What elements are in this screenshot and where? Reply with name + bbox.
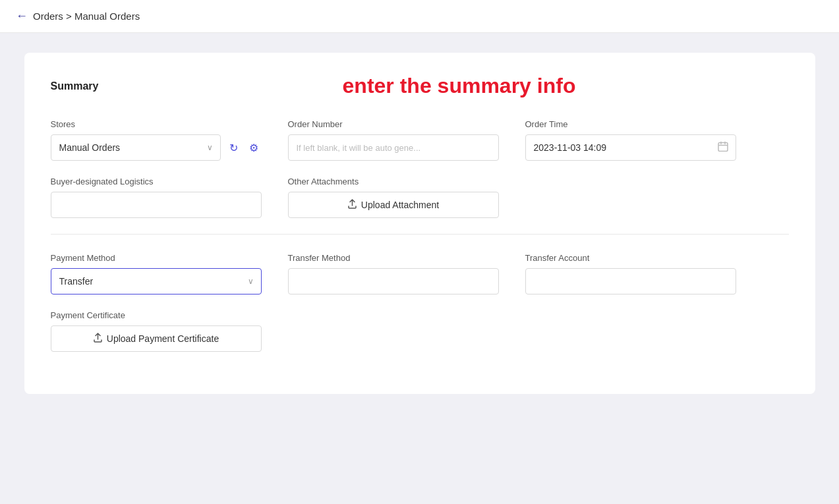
upload-payment-cert-label: Upload Payment Certificate — [107, 333, 219, 344]
transfer-account-label: Transfer Account — [525, 253, 736, 263]
other-attachments-label: Other Attachments — [288, 177, 499, 186]
summary-card: Summary enter the summary info Stores Ma… — [24, 53, 815, 394]
upload-attachment-button[interactable]: Upload Attachment — [288, 192, 499, 218]
order-time-input[interactable] — [525, 134, 736, 161]
upload-payment-cert-button[interactable]: Upload Payment Certificate — [51, 325, 262, 352]
back-navigation[interactable]: ← Orders > Manual Orders — [16, 9, 140, 23]
card-subtitle: enter the summary info — [130, 74, 789, 98]
transfer-account-input[interactable] — [525, 268, 736, 294]
stores-row: Manual Orders ∨ ↻ ⚙ — [51, 134, 262, 161]
refresh-icon: ↻ — [229, 142, 238, 154]
form-group-payment-method: Payment Method Transfer ∨ — [51, 253, 262, 294]
refresh-button[interactable]: ↻ — [226, 138, 241, 157]
payment-method-label: Payment Method — [51, 253, 262, 263]
form-row-4: Payment Certificate Upload Payment Certi… — [51, 310, 789, 352]
transfer-method-input[interactable] — [288, 268, 499, 294]
form-group-stores: Stores Manual Orders ∨ ↻ ⚙ — [51, 119, 262, 161]
payment-method-select[interactable]: Transfer — [51, 268, 262, 294]
form-row-1: Stores Manual Orders ∨ ↻ ⚙ — [51, 119, 789, 161]
main-content: Summary enter the summary info Stores Ma… — [0, 33, 839, 414]
gear-icon: ⚙ — [249, 142, 258, 154]
form-group-transfer-account: Transfer Account — [525, 253, 736, 294]
form-group-payment-cert: Payment Certificate Upload Payment Certi… — [51, 310, 262, 352]
breadcrumb: Orders > Manual Orders — [33, 11, 140, 22]
payment-method-select-wrapper: Transfer ∨ — [51, 268, 262, 294]
buyer-logistics-input[interactable] — [51, 192, 262, 218]
form-group-other-attachments: Other Attachments Upload Attachment — [288, 177, 499, 218]
order-number-input[interactable] — [288, 134, 499, 161]
upload-payment-cert-icon — [93, 333, 103, 345]
form-group-transfer-method: Transfer Method — [288, 253, 499, 294]
upload-attachment-label: Upload Attachment — [361, 200, 439, 210]
form-row-3: Payment Method Transfer ∨ Transfer Metho… — [51, 253, 789, 294]
form-row-2: Buyer-designated Logistics Other Attachm… — [51, 177, 789, 218]
card-header: Summary enter the summary info — [51, 74, 789, 98]
form-group-order-number: Order Number — [288, 119, 499, 161]
stores-select[interactable]: Manual Orders — [51, 134, 221, 161]
order-time-label: Order Time — [525, 119, 736, 129]
order-number-label: Order Number — [288, 119, 499, 129]
stores-label: Stores — [51, 119, 262, 129]
transfer-method-label: Transfer Method — [288, 253, 499, 263]
upload-attachment-icon — [347, 199, 357, 211]
card-title: Summary — [51, 80, 130, 92]
payment-cert-label: Payment Certificate — [51, 310, 262, 320]
form-group-buyer-logistics: Buyer-designated Logistics — [51, 177, 262, 218]
buyer-logistics-label: Buyer-designated Logistics — [51, 177, 262, 186]
stores-select-wrapper: Manual Orders ∨ — [51, 134, 221, 161]
form-group-order-time: Order Time — [525, 119, 736, 161]
settings-button[interactable]: ⚙ — [246, 138, 262, 157]
back-arrow-icon: ← — [16, 9, 28, 23]
topbar: ← Orders > Manual Orders — [0, 0, 839, 33]
order-time-wrapper — [525, 134, 736, 161]
section-divider — [51, 234, 789, 235]
